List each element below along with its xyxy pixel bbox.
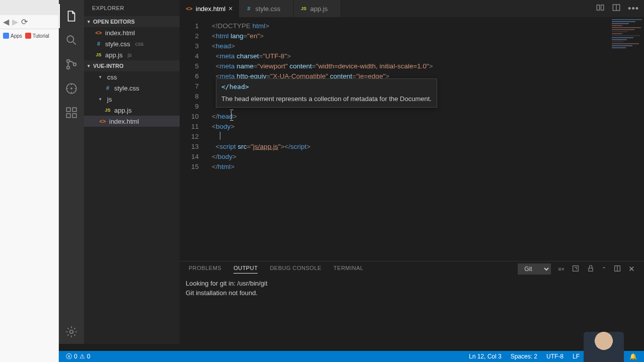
activity-git-icon[interactable] [59, 52, 84, 76]
svg-point-1 [67, 60, 69, 62]
html-file-icon: <> [186, 6, 193, 12]
line-number-gutter: 123456789101112131415 [180, 17, 206, 261]
code-editor[interactable]: 123456789101112131415 </head> The head e… [180, 17, 644, 261]
lock-scroll-icon[interactable] [587, 264, 595, 274]
svg-point-2 [67, 66, 69, 69]
activity-extensions-icon[interactable] [59, 101, 84, 125]
bookmark-item[interactable]: Apps [3, 33, 22, 39]
svg-rect-11 [597, 5, 599, 11]
open-editor-item[interactable]: <>index.html [84, 27, 180, 38]
panel-tab[interactable]: PROBLEMS [189, 265, 221, 274]
activity-search-icon[interactable] [59, 28, 84, 52]
editor-tab[interactable]: #style.css× [239, 0, 294, 17]
activity-bar [59, 0, 84, 344]
panel-tabs: PROBLEMSOUTPUTDEBUG CONSOLETERMINAL Git … [180, 261, 644, 277]
file-item[interactable]: JSapp.js [84, 105, 180, 116]
bottom-panel: PROBLEMSOUTPUTDEBUG CONSOLETERMINAL Git … [180, 261, 644, 344]
reload-icon[interactable]: ⟳ [21, 17, 28, 27]
hover-description: The head element represents a collection… [221, 94, 432, 104]
editor-toolbar-right: ••• [591, 0, 644, 17]
hover-tag: </head> [221, 82, 432, 92]
output-body[interactable]: Looking for git in: /usr/bin/gitGit inst… [180, 277, 644, 344]
activity-files-icon[interactable] [59, 4, 84, 28]
open-file-icon[interactable] [572, 264, 580, 274]
file-item[interactable]: #style.css [84, 82, 180, 94]
editor-tab[interactable]: <>index.html× [180, 0, 239, 17]
open-editor-item[interactable]: #style.csscss [84, 38, 180, 49]
back-icon[interactable]: ◀ [3, 17, 9, 27]
warning-icon: ⚠ [79, 353, 85, 360]
svg-rect-7 [72, 108, 76, 112]
svg-rect-14 [573, 266, 579, 272]
open-editor-item[interactable]: JSapp.jsjs [84, 49, 180, 60]
svg-point-10 [70, 330, 73, 334]
svg-rect-8 [66, 114, 70, 118]
html-file-icon: <> [99, 118, 106, 124]
svg-rect-12 [601, 5, 604, 11]
close-icon[interactable]: × [228, 5, 232, 12]
background-browser-window: ◀ ▶ ⟳ AppsTutorial [0, 0, 59, 362]
status-bar: ⓧ0 ⚠0 Ln 12, Col 3 Spaces: 2 UTF-8 LF HT… [59, 351, 644, 362]
hover-tooltip: </head> The head element represents a co… [216, 78, 437, 108]
file-item[interactable]: <>index.html [84, 116, 180, 127]
project-header[interactable]: ▾ VUE-INTRO [84, 60, 180, 71]
activity-debug-icon[interactable] [59, 76, 84, 101]
browser-toolbar: ◀ ▶ ⟳ [0, 15, 58, 29]
svg-point-5 [71, 88, 72, 89]
compare-changes-icon[interactable] [596, 3, 605, 14]
svg-point-3 [73, 63, 76, 65]
status-cursor-position[interactable]: Ln 12, Col 3 [467, 351, 504, 362]
chevron-down-icon: ▾ [99, 74, 104, 79]
more-icon[interactable]: ••• [628, 4, 639, 14]
error-icon: ⓧ [66, 352, 72, 361]
minimap[interactable] [612, 19, 642, 69]
editor-tabs: <>index.html×#style.css×JSapp.js× ••• [180, 0, 644, 17]
status-errors[interactable]: ⓧ0 ⚠0 [64, 351, 92, 362]
text-cursor-icon [231, 111, 231, 120]
svg-rect-6 [66, 108, 70, 112]
panel-tab[interactable]: TERMINAL [334, 265, 364, 274]
js-file-icon: JS [300, 6, 307, 11]
sidebar-title: EXPLORER [84, 0, 180, 16]
panel-tab[interactable]: DEBUG CONSOLE [270, 265, 321, 274]
chevron-down-icon: ▾ [86, 63, 91, 68]
status-indentation[interactable]: Spaces: 2 [509, 351, 539, 362]
chevron-down-icon: ▾ [86, 19, 91, 24]
split-editor-icon[interactable] [612, 3, 621, 14]
forward-icon: ▶ [12, 17, 18, 27]
open-editors-header[interactable]: ▾ OPEN EDITORS [84, 16, 180, 27]
css-file-icon: # [104, 85, 111, 91]
browser-bookmarks-bar: AppsTutorial [0, 29, 58, 42]
vscode-window: EXPLORER ▾ OPEN EDITORS <>index.html#sty… [59, 0, 644, 362]
bookmark-item[interactable]: Tutorial [25, 33, 49, 39]
css-file-icon: # [95, 41, 102, 47]
notifications-icon[interactable]: 🔔 [627, 351, 639, 362]
explorer-sidebar: EXPLORER ▾ OPEN EDITORS <>index.html#sty… [84, 0, 180, 344]
clear-output-icon[interactable]: ≡× [558, 266, 565, 272]
html-file-icon: <> [95, 30, 102, 36]
chevron-up-icon[interactable]: ⌃ [602, 266, 606, 273]
svg-rect-15 [589, 268, 593, 271]
css-file-icon: # [245, 6, 252, 12]
js-file-icon: JS [104, 108, 111, 113]
browser-tab [0, 0, 58, 15]
js-file-icon: JS [95, 52, 102, 57]
svg-rect-9 [72, 114, 76, 118]
close-panel-icon[interactable]: ✕ [628, 264, 635, 274]
output-channel-select[interactable]: Git [518, 263, 551, 275]
editor-tab[interactable]: JSapp.js× [294, 0, 341, 17]
panel-tab[interactable]: OUTPUT [233, 265, 258, 274]
status-eol[interactable]: LF [571, 351, 582, 362]
gear-icon[interactable] [59, 320, 84, 344]
maximize-panel-icon[interactable] [613, 264, 621, 274]
svg-point-0 [67, 36, 73, 42]
folder-item[interactable]: ▾css [84, 71, 180, 82]
chevron-down-icon: ▾ [99, 97, 104, 102]
webcam-overlay [584, 332, 624, 362]
status-encoding[interactable]: UTF-8 [544, 351, 566, 362]
folder-item[interactable]: ▾js [84, 94, 180, 105]
